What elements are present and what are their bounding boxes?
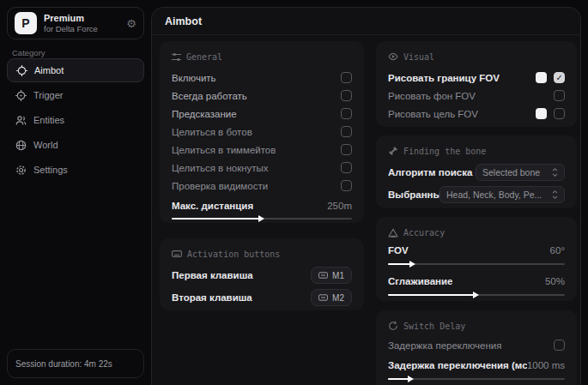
brand-text: Premium for Delta Force [44,13,126,33]
column-right: Visual Рисовать границу FOV Рисовать фон… [376,41,577,385]
panel-visual: Visual Рисовать границу FOV Рисовать фон… [376,41,577,127]
checkbox-target-knocked[interactable] [341,162,352,173]
slider-label: Задержка переключения (мс) [388,360,527,370]
keybind-button-m1[interactable]: M1 [311,267,352,284]
main-panel: Aimbot General Включить Всегда работать … [151,7,581,385]
crosshair-icon [16,65,27,76]
panel-general-header: General [172,50,352,63]
sidebar: P Premium for Delta Force ⚙ Category Aim… [0,0,151,385]
slider-thumb[interactable] [258,215,264,222]
setting-label: Целиться в тиммейтов [172,145,276,155]
session-duration: Session duration: 4m 22s [15,359,112,369]
main-header: Aimbot [152,8,580,35]
fov-slider[interactable] [388,260,565,268]
color-swatch[interactable] [536,72,547,83]
keybind-row: Первая клавиша M1 [172,264,352,286]
slider-row: Макс. дистанция 250m [172,198,352,213]
slider-thumb[interactable] [408,376,414,382]
slider-thumb[interactable] [409,261,415,268]
checkbox-target-bots[interactable] [341,126,352,137]
session-card: Session duration: 4m 22s [7,349,144,378]
slider-value: 50% [545,276,565,286]
sidebar-item-label: Trigger [33,90,63,100]
slider-row: Задержка переключения (мс) 1000 ms [388,358,565,373]
max-distance-slider[interactable] [172,214,352,223]
bone-label: Выбранные кос [388,189,439,200]
slider-row: FOV 60° [388,243,565,258]
brand-title: Premium [44,13,126,23]
setting-row: Целиться в тиммейтов [172,141,352,159]
slider-label: Сглаживание [388,276,452,286]
setting-label: Целиться в ботов [172,127,252,137]
app-window: P Premium for Delta Force ⚙ Category Aim… [0,0,588,385]
bone-label: Алгоритм поиска кост [388,167,476,177]
visual-label: Рисовать фон FOV [388,91,476,101]
bone-algorithm-select[interactable]: Selected bone [476,164,565,181]
slider-label: Макс. дистанция [172,201,253,211]
visual-label: Рисовать цель FOV [388,109,478,119]
slider-value: 60° [550,245,565,256]
triangle-icon [388,228,398,238]
brand-card: P Premium for Delta Force ⚙ [7,7,144,39]
column-left: General Включить Всегда работать Предска… [160,41,364,310]
checkbox-draw-fov-background[interactable] [554,90,565,101]
keybind-row: Вторая клавиша M2 [172,286,352,309]
selected-bones-select[interactable]: Head, Neck, Body, Pe... [439,186,565,203]
slider-value: 250m [327,201,352,211]
sidebar-item-label: Entities [33,115,64,125]
visual-row: Рисовать границу FOV [388,69,565,87]
keybind-button-m2[interactable]: M2 [311,289,352,306]
color-swatch[interactable] [536,108,547,119]
sidebar-item-world[interactable]: World [7,133,144,157]
setting-label: Проверка видимости [172,181,268,191]
setting-row: Целиться в ботов [172,123,352,141]
visual-row: Рисовать цель FOV [388,105,565,123]
sliders-icon [172,52,181,62]
checkbox-prediction[interactable] [341,108,352,119]
checkbox-enable[interactable] [341,72,352,83]
unfold-icon [552,168,558,177]
page-title: Aimbot [165,15,202,27]
logo-letter: P [21,16,29,30]
visual-label: Рисовать границу FOV [388,73,500,83]
visual-row: Рисовать фон FOV [388,87,565,105]
setting-label: Предсказание [172,109,237,119]
bone-row: Выбранные кос Head, Neck, Body, Pe... [388,183,565,206]
setting-label: Всегда работать [172,91,247,101]
bone-row: Алгоритм поиска кост Selected bone [388,161,565,183]
checkbox-visibility-check[interactable] [341,180,352,191]
smoothing-slider[interactable] [388,291,565,299]
sidebar-nav: Aimbot Trigger Entities World Settings [7,58,144,183]
sidebar-item-aimbot[interactable]: Aimbot [7,58,144,82]
setting-row: Проверка видимости [172,177,352,195]
gear-icon[interactable]: ⚙ [126,18,136,29]
refresh-icon [388,321,398,331]
setting-label: Задержка переключения [388,340,501,351]
sidebar-item-entities[interactable]: Entities [7,108,144,132]
setting-row: Целиться в нокнутых [172,159,352,177]
checkbox-draw-fov-target[interactable] [554,108,565,119]
setting-row: Включить [172,69,352,87]
category-label: Category [12,48,45,57]
slider-thumb[interactable] [473,292,479,298]
panel-switch-delay-header: Switch Delay [388,319,565,333]
setting-label: Включить [172,73,216,83]
checkbox-switch-delay[interactable] [554,340,565,351]
sidebar-item-settings[interactable]: Settings [7,158,144,182]
setting-row: Всегда работать [172,87,352,105]
globe-icon [15,140,27,151]
slider-value: 1000 ms [527,360,565,370]
checkbox-always-work[interactable] [341,90,352,101]
switch-delay-slider[interactable] [388,375,565,383]
bone-icon [388,146,398,156]
panel-finding-bone: Finding the bone Алгоритм поиска кост Se… [376,135,577,208]
eye-icon [388,52,398,61]
panel-accuracy: Accuracy FOV 60° Сглаживание 50% [376,217,577,301]
checkbox-draw-fov-border[interactable] [554,72,565,83]
key-icon [318,272,328,279]
keyboard-icon [172,250,182,258]
checkbox-target-teammates[interactable] [341,144,352,155]
sidebar-item-label: Aimbot [34,65,64,75]
sidebar-item-trigger[interactable]: Trigger [7,83,144,107]
keybind-label: Первая клавиша [172,270,253,280]
